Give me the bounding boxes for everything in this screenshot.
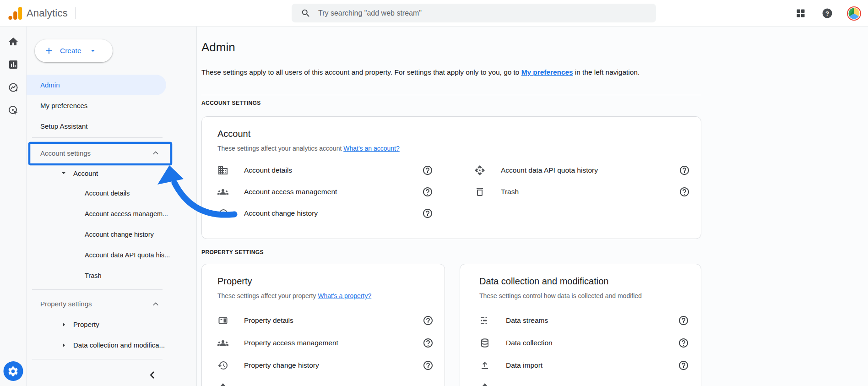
apps-grid-icon[interactable] [793,5,808,21]
history-icon [217,208,228,219]
sidebar-group-property-label: Property [73,321,99,328]
building-icon [217,165,228,176]
data-import-item[interactable]: Data import [479,354,689,376]
item-label: Property details [244,316,293,325]
google-analytics-logo-icon [7,5,23,21]
sidebar-divider [32,137,163,138]
create-button[interactable]: Create [35,39,113,62]
data-collection-item[interactable]: Data collection [479,332,689,354]
sidebar-item-trash[interactable]: Trash [27,265,196,286]
section-account-settings-label: Account settings [40,149,91,157]
chevron-up-icon[interactable] [152,149,160,157]
avatar[interactable] [846,5,862,21]
help-icon[interactable] [678,337,689,348]
app-logo[interactable]: Analytics [0,5,68,21]
property-details-item[interactable]: Property details [217,309,434,332]
item-label: Account data API quota history [501,166,598,174]
help-icon[interactable] [819,5,835,21]
sidebar-divider [32,359,163,359]
sidebar-item-setup-assistant[interactable]: Setup Assistant [27,116,196,136]
trash-icon [474,186,485,197]
account-change-history-item[interactable]: Account change history [217,202,433,224]
account-card-title: Account [217,129,690,139]
sidebar-item-my-preferences[interactable]: My preferences [27,95,196,116]
my-preferences-link[interactable]: My preferences [521,68,573,76]
help-icon[interactable] [678,315,689,326]
settings-gear-icon [7,365,19,377]
upload-icon [479,360,490,371]
admin-active-button[interactable] [3,361,23,381]
advertising-icon[interactable] [8,105,19,116]
item-label: Property access management [244,339,338,347]
property-access-management-item[interactable]: Property access management [217,332,434,354]
help-icon[interactable] [423,337,434,348]
sidebar-group-property[interactable]: Property [27,314,196,335]
help-icon[interactable] [423,315,434,326]
help-icon[interactable] [679,165,690,176]
data-streams-icon [479,315,490,326]
page-title: Admin [201,40,701,54]
global-search[interactable] [292,4,656,22]
sidebar-collapse-button[interactable] [146,369,159,381]
triangle-down-icon[interactable] [60,170,67,176]
help-icon[interactable] [678,360,689,371]
triangle-right-icon[interactable] [61,343,67,348]
sidebar-item-account-data-api-quota-history[interactable]: Account data API quota his... [27,245,196,265]
caret-down-icon [89,47,97,55]
account-access-management-item[interactable]: Account access management [217,181,433,202]
whats-a-property-link[interactable]: What's a property? [318,292,371,299]
explore-icon[interactable] [8,82,19,93]
property-card-desc-text: These settings affect your property [217,292,318,299]
clipped-row [479,376,689,386]
database-icon [479,337,490,348]
item-label: Data streams [506,316,548,325]
help-icon[interactable] [679,186,690,197]
top-header: Analytics [0,0,868,27]
item-label: Account access management [244,188,337,196]
content-divider [201,95,701,95]
property-settings-section-label: PROPERTY SETTINGS [201,249,701,256]
item-label: Account details [244,166,292,174]
help-icon[interactable] [422,208,433,219]
app-name: Analytics [27,7,68,19]
search-input[interactable] [318,9,616,17]
account-card-desc: These settings affect your analytics acc… [217,145,690,152]
sidebar-group-data-collection-label: Data collection and modifica... [73,341,165,349]
reports-icon[interactable] [8,59,19,70]
sidebar-item-account-access-management[interactable]: Account access managem... [27,203,196,224]
section-account-settings[interactable]: Account settings [27,142,196,163]
header-actions [793,0,862,27]
property-change-history-item[interactable]: Property change history [217,354,434,376]
home-icon[interactable] [8,36,19,47]
section-property-settings-label: Property settings [40,300,92,308]
whats-an-account-link[interactable]: What's an account? [343,145,400,152]
account-details-item[interactable]: Account details [217,159,433,181]
account-data-api-quota-history-item[interactable]: Account data API quota history [474,159,690,181]
api-icon [474,165,485,176]
help-icon[interactable] [422,165,433,176]
clipped-icon [479,382,490,386]
intro-text: These settings apply to all users of thi… [201,67,705,77]
sidebar-item-admin[interactable]: Admin [27,75,166,95]
create-button-label: Create [60,47,81,55]
sidebar-item-account-change-history[interactable]: Account change history [27,224,196,245]
intro-text-before: These settings apply to all users of thi… [201,68,521,76]
triangle-right-icon[interactable] [61,322,67,327]
header-divider [75,7,76,19]
help-icon[interactable] [423,360,434,371]
sidebar-group-account[interactable]: Account [27,163,196,183]
sidebar-item-account-details[interactable]: Account details [27,183,196,203]
section-property-settings[interactable]: Property settings [27,294,196,314]
chevron-up-icon[interactable] [152,300,160,308]
admin-sidebar: Create Admin My preferences Setup Assist… [27,27,197,386]
trash-item[interactable]: Trash [474,181,690,202]
sidebar-group-data-collection[interactable]: Data collection and modifica... [27,335,196,355]
sidebar-nav: Admin My preferences Setup Assistant Acc… [27,75,196,359]
property-card: Property These settings affect your prop… [201,264,445,386]
data-streams-item[interactable]: Data streams [479,309,689,332]
help-icon[interactable] [422,186,433,197]
account-card-desc-text: These settings affect your analytics acc… [217,145,343,152]
chevron-left-icon [148,370,157,380]
left-icon-rail [0,27,27,386]
data-card-title: Data collection and modification [479,276,689,287]
